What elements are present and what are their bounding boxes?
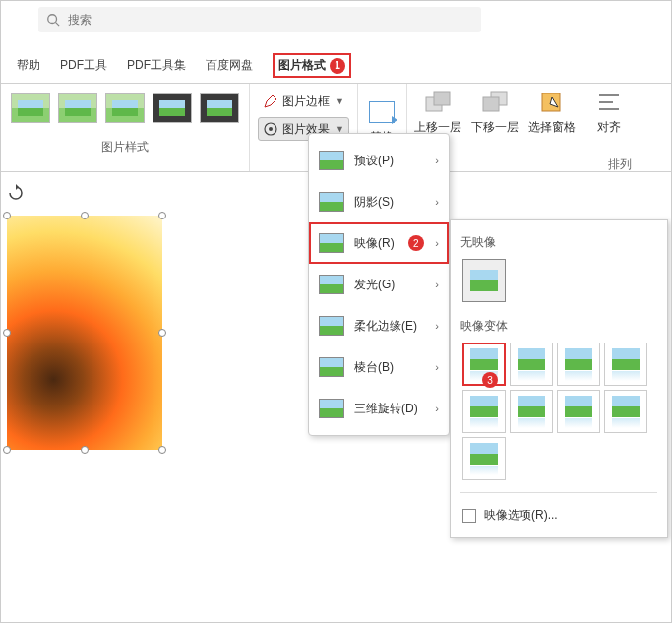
annotation-badge-3: 3 [482,372,498,388]
menu-label: 阴影(S) [354,194,394,211]
selection-pane-icon [538,90,566,115]
options-icon [462,509,476,523]
style-preset-2[interactable] [58,93,97,123]
resize-handle-se[interactable] [158,446,166,454]
reflection-variant-8[interactable] [604,390,647,433]
reflection-variant-1[interactable]: 3 [462,343,506,386]
chevron-right-icon: › [435,403,439,414]
ribbon-tabs: 帮助 PDF工具 PDF工具集 百度网盘 图片格式 1 [1,48,671,84]
style-preset-3[interactable] [105,93,145,123]
effects-icon [263,121,278,137]
reflection-variants-grid: 3 [460,341,657,482]
no-reflection-label: 无映像 [460,234,657,251]
picture-styles-label: 图片样式 [101,139,149,156]
menu-label: 预设(P) [354,153,394,169]
rotate-handle[interactable] [7,184,25,202]
arrange-group-label: 排列 [608,156,632,173]
style-preset-4[interactable] [153,93,192,123]
bevel-icon [319,357,344,377]
menu-label: 柔化边缘(E) [354,318,417,335]
tab-baidu-disk[interactable]: 百度网盘 [196,48,263,84]
style-preset-5[interactable] [200,93,239,123]
tab-pdf-tools[interactable]: PDF工具 [50,48,117,84]
chevron-right-icon: › [435,155,439,166]
resize-handle-s[interactable] [81,446,89,454]
reflection-options-button[interactable]: 映像选项(R)... [460,503,657,528]
selection-pane-button[interactable]: 选择窗格 [525,90,579,136]
reflection-icon [319,233,344,253]
image-content [7,216,162,450]
annotation-badge-2: 2 [408,235,424,251]
send-backward-label: 下移一层 [471,119,519,136]
search-icon [46,13,60,27]
variants-label: 映像变体 [460,318,657,335]
chevron-right-icon: › [435,237,439,249]
resize-handle-n[interactable] [81,212,89,219]
tab-picture-format-label: 图片格式 [278,57,326,74]
reflection-variant-5[interactable] [462,390,506,433]
glow-icon [319,275,344,294]
svg-rect-7 [483,97,499,111]
tab-pdf-toolset[interactable]: PDF工具集 [117,48,196,84]
style-preset-1[interactable] [11,93,50,123]
reflection-variant-6[interactable] [510,390,553,433]
send-backward-icon [481,90,509,115]
menu-item-shadow[interactable]: 阴影(S) › [309,181,449,222]
rotate-icon [7,184,25,202]
chevron-right-icon: › [435,320,439,332]
search-input[interactable] [68,13,473,27]
search-bar[interactable] [38,7,481,32]
menu-item-glow[interactable]: 发光(G) › [309,264,449,305]
reflection-variant-2[interactable] [510,343,553,386]
chevron-down-icon: ▼ [336,96,344,106]
annotation-badge-1: 1 [330,58,345,74]
chevron-right-icon: › [435,196,439,208]
reflection-variant-9[interactable] [462,437,506,480]
resize-handle-w[interactable] [3,329,11,337]
svg-point-3 [269,127,273,131]
menu-item-reflection[interactable]: 映像(R) 2 › [309,222,449,264]
reflection-variant-4[interactable] [604,343,647,386]
soft-edges-icon [319,316,344,336]
bring-forward-icon [424,90,452,115]
menu-label: 棱台(B) [354,359,394,376]
tab-picture-format[interactable]: 图片格式 1 [263,48,361,84]
resize-handle-ne[interactable] [158,212,166,219]
align-button[interactable]: 对齐 [582,90,636,136]
menu-label: 三维旋转(D) [354,401,418,417]
svg-line-1 [56,23,60,27]
tab-help[interactable]: 帮助 [7,48,50,84]
menu-item-preset[interactable]: 预设(P) › [309,140,449,181]
align-icon [595,90,623,115]
picture-border-label: 图片边框 [282,93,330,110]
reflection-none[interactable] [462,259,506,302]
preset-icon [319,151,344,170]
picture-border-button[interactable]: 图片边框 ▼ [258,90,349,113]
menu-label: 映像(R) [354,235,395,252]
picture-styles-group: 图片样式 [1,84,250,171]
chevron-right-icon: › [435,279,439,290]
menu-item-bevel[interactable]: 棱台(B) › [309,346,449,388]
menu-item-soft-edges[interactable]: 柔化边缘(E) › [309,305,449,346]
resize-handle-nw[interactable] [3,212,11,219]
rotation-3d-icon [319,399,344,418]
pencil-icon [263,93,278,109]
resize-handle-e[interactable] [158,329,166,337]
menu-label: 发光(G) [354,277,395,293]
reflection-variant-7[interactable] [557,390,600,433]
resize-handle-sw[interactable] [3,446,11,454]
reflection-flyout: 无映像 映像变体 3 映像选项(R)... [450,219,668,538]
svg-rect-5 [434,92,450,105]
bring-forward-button[interactable]: 上移一层 [411,90,464,136]
selected-image[interactable] [7,216,162,450]
menu-item-3d-rotation[interactable]: 三维旋转(D) › [309,388,449,429]
replace-icon [369,101,395,123]
separator [460,492,657,493]
shadow-icon [319,192,344,212]
reflection-variant-3[interactable] [557,343,600,386]
reflection-options-label: 映像选项(R)... [484,507,558,524]
send-backward-button[interactable]: 下移一层 [468,90,521,136]
align-label: 对齐 [597,119,621,136]
selection-pane-label: 选择窗格 [528,119,576,136]
chevron-right-icon: › [435,361,439,373]
